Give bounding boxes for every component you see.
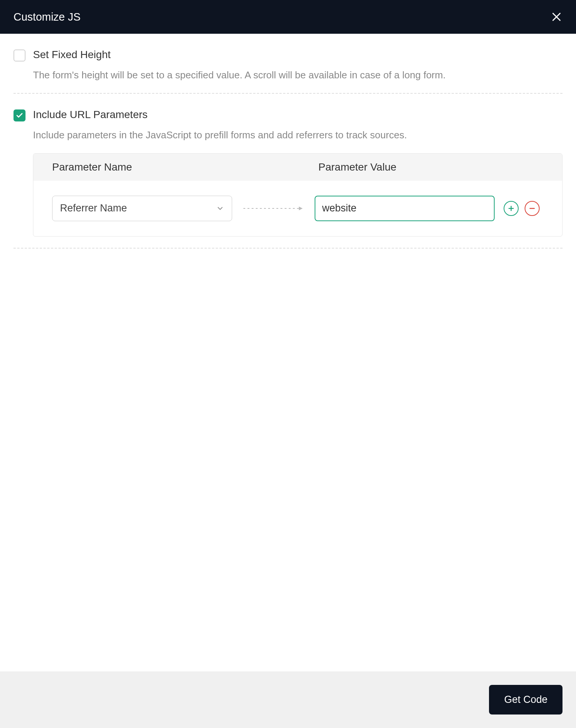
parameter-name-selected: Referrer Name bbox=[60, 202, 127, 214]
parameter-actions bbox=[504, 201, 540, 216]
checkmark-icon bbox=[16, 112, 23, 119]
close-icon bbox=[550, 11, 562, 23]
url-params-checkbox[interactable] bbox=[14, 109, 26, 121]
parameter-table-header: Parameter Name Parameter Value bbox=[33, 154, 562, 181]
fixed-height-description: The form's height will be set to a speci… bbox=[33, 68, 562, 82]
divider bbox=[14, 248, 562, 249]
get-code-button[interactable]: Get Code bbox=[489, 685, 562, 715]
arrow-right-icon bbox=[243, 205, 303, 211]
fixed-height-checkbox[interactable] bbox=[14, 49, 26, 61]
parameter-row: Referrer Name bbox=[33, 181, 562, 236]
close-button[interactable] bbox=[550, 11, 562, 23]
dialog-footer: Get Code bbox=[0, 671, 576, 728]
divider bbox=[14, 93, 562, 94]
parameter-table: Parameter Name Parameter Value Referrer … bbox=[33, 153, 562, 237]
plus-icon bbox=[507, 205, 515, 212]
option-url-params: Include URL Parameters bbox=[14, 109, 562, 121]
remove-parameter-button[interactable] bbox=[525, 201, 540, 216]
svg-marker-3 bbox=[299, 207, 303, 210]
fixed-height-label: Set Fixed Height bbox=[33, 49, 111, 61]
chevron-down-icon bbox=[216, 204, 224, 213]
minus-icon bbox=[528, 205, 536, 212]
param-value-header: Parameter Value bbox=[318, 161, 543, 173]
add-parameter-button[interactable] bbox=[504, 201, 519, 216]
dialog-content: Set Fixed Height The form's height will … bbox=[0, 34, 576, 671]
dialog-header: Customize JS bbox=[0, 0, 576, 34]
option-fixed-height: Set Fixed Height bbox=[14, 49, 562, 61]
url-params-description: Include parameters in the JavaScript to … bbox=[33, 128, 562, 142]
param-name-header: Parameter Name bbox=[52, 161, 318, 173]
url-params-label: Include URL Parameters bbox=[33, 109, 148, 121]
dialog-title: Customize JS bbox=[14, 11, 81, 23]
parameter-name-select[interactable]: Referrer Name bbox=[52, 196, 232, 221]
parameter-value-input[interactable] bbox=[315, 196, 495, 221]
arrow-connector bbox=[232, 205, 315, 211]
